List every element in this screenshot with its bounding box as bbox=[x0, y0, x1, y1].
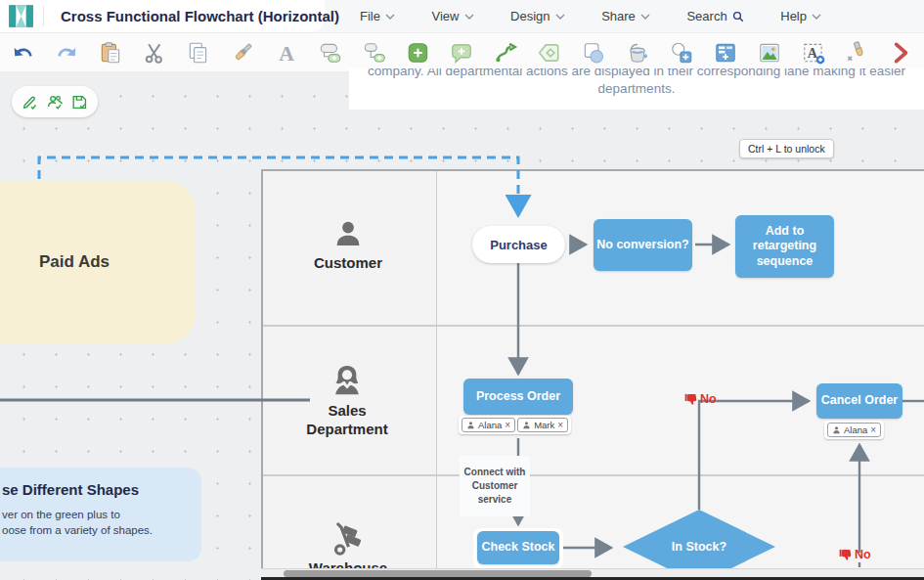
person-icon bbox=[466, 420, 475, 430]
chevron-down-icon bbox=[555, 13, 565, 21]
group-shapes-icon[interactable] bbox=[581, 40, 607, 67]
paste-icon[interactable] bbox=[98, 40, 124, 67]
toolbar-icon-row: A A bbox=[0, 35, 924, 70]
more-tools-icon[interactable] bbox=[888, 40, 914, 67]
flow-description-textbox[interactable]: company. All departmental actions are di… bbox=[349, 68, 924, 110]
insert-container-icon[interactable] bbox=[668, 40, 694, 67]
cancel-order-tag-tray: Alana × bbox=[824, 421, 884, 439]
branch-label-no-bottom[interactable]: No bbox=[839, 548, 871, 561]
tag-name: Alana bbox=[844, 424, 867, 435]
chevron-down-icon bbox=[385, 13, 395, 21]
insert-swimlane-icon[interactable] bbox=[712, 40, 738, 67]
format-painter-icon[interactable] bbox=[229, 40, 255, 67]
branch-label-no[interactable]: No bbox=[684, 392, 717, 406]
insert-textbox-icon[interactable]: A bbox=[800, 40, 826, 67]
menu-search[interactable]: Search bbox=[686, 9, 743, 23]
redo-icon[interactable] bbox=[54, 40, 80, 67]
menu-label: View bbox=[432, 9, 460, 23]
svg-text:A: A bbox=[279, 42, 294, 66]
header-bar: Cross Functional Flowchart (Horizontal) … bbox=[0, 0, 924, 32]
tag-remove-icon[interactable]: × bbox=[557, 420, 563, 430]
menu-label: File bbox=[360, 9, 380, 23]
cut-icon[interactable] bbox=[142, 40, 168, 67]
shape-check-stock[interactable]: Check Stock bbox=[477, 531, 559, 564]
connector-icon[interactable] bbox=[493, 40, 519, 67]
insert-shape-below-icon[interactable] bbox=[361, 40, 387, 67]
menu-help[interactable]: Help bbox=[780, 9, 821, 23]
shape-no-conversion[interactable]: No conversion? bbox=[594, 219, 692, 271]
menu-view[interactable]: View bbox=[432, 9, 474, 23]
tag-name: Mark bbox=[534, 420, 554, 430]
help-card[interactable]: se Different Shapes ver on the green plu… bbox=[0, 468, 201, 561]
tag-name: Alana bbox=[478, 420, 502, 430]
insert-shape-after-icon[interactable] bbox=[317, 40, 343, 67]
edit-check-icon[interactable] bbox=[22, 93, 40, 112]
header-separator bbox=[43, 6, 44, 26]
app-logo[interactable] bbox=[7, 2, 35, 30]
bottom-edge-strip bbox=[261, 577, 924, 580]
person-icon bbox=[832, 424, 841, 435]
help-card-line2: oose from a variety of shapes. bbox=[2, 522, 192, 538]
shape-retargeting[interactable]: Add to retargeting sequence bbox=[735, 215, 834, 278]
copy-icon[interactable] bbox=[186, 40, 212, 67]
menu-design[interactable]: Design bbox=[510, 9, 564, 23]
process-order-tag-tray: Alana × Mark × bbox=[459, 416, 571, 434]
connector-instock-cancelorder[interactable] bbox=[699, 401, 809, 510]
person-icon bbox=[522, 420, 531, 430]
menu-bar: File View Design Share Search Help bbox=[360, 0, 821, 32]
fill-color-icon[interactable] bbox=[624, 40, 650, 67]
undo-icon[interactable] bbox=[10, 40, 36, 67]
menu-label: Design bbox=[510, 9, 550, 23]
save-check-icon[interactable] bbox=[70, 93, 89, 112]
menu-label: Search bbox=[686, 9, 726, 23]
add-shape-icon[interactable] bbox=[405, 40, 431, 67]
tag-remove-icon[interactable]: × bbox=[505, 420, 510, 430]
lock-hint-tooltip: Ctrl + L to unlock bbox=[739, 139, 834, 158]
thumbs-down-icon bbox=[839, 548, 852, 561]
add-tag-icon[interactable] bbox=[537, 40, 563, 67]
chevron-down-icon bbox=[464, 13, 474, 21]
description-line2: departments. bbox=[349, 81, 924, 96]
clear-format-icon[interactable] bbox=[844, 40, 870, 67]
search-icon bbox=[732, 11, 744, 22]
menu-file[interactable]: File bbox=[360, 9, 395, 23]
assignee-tag[interactable]: Alana × bbox=[827, 423, 881, 437]
add-comment-icon[interactable] bbox=[449, 40, 475, 67]
no-text: No bbox=[700, 392, 717, 406]
tag-remove-icon[interactable]: × bbox=[870, 424, 876, 435]
menu-label: Share bbox=[601, 9, 636, 23]
shape-purchase[interactable]: Purchase bbox=[472, 226, 565, 263]
shape-connect-note[interactable]: Connect with Customer service bbox=[460, 456, 530, 516]
no-text: No bbox=[855, 548, 871, 561]
document-title[interactable]: Cross Functional Flowchart (Horizontal) bbox=[61, 0, 339, 32]
thumbs-down-icon bbox=[684, 392, 697, 406]
text-icon[interactable]: A bbox=[273, 40, 299, 67]
help-card-title: se Different Shapes bbox=[2, 481, 192, 498]
shape-paid-ads[interactable]: Paid Ads bbox=[0, 181, 196, 343]
shape-process-order[interactable]: Process Order bbox=[463, 379, 573, 415]
status-pill bbox=[12, 86, 98, 117]
chevron-down-icon bbox=[812, 13, 821, 21]
help-card-line1: ver on the green plus to bbox=[2, 507, 192, 522]
shape-cancel-order[interactable]: Cancel Order bbox=[816, 383, 902, 419]
assignee-tag[interactable]: Alana × bbox=[462, 418, 515, 432]
menu-share[interactable]: Share bbox=[601, 9, 650, 23]
collaborators-check-icon[interactable] bbox=[46, 93, 65, 112]
menu-label: Help bbox=[780, 9, 807, 23]
insert-image-icon[interactable] bbox=[756, 40, 782, 67]
assignee-tag[interactable]: Mark × bbox=[517, 418, 568, 432]
chevron-down-icon bbox=[640, 13, 650, 21]
